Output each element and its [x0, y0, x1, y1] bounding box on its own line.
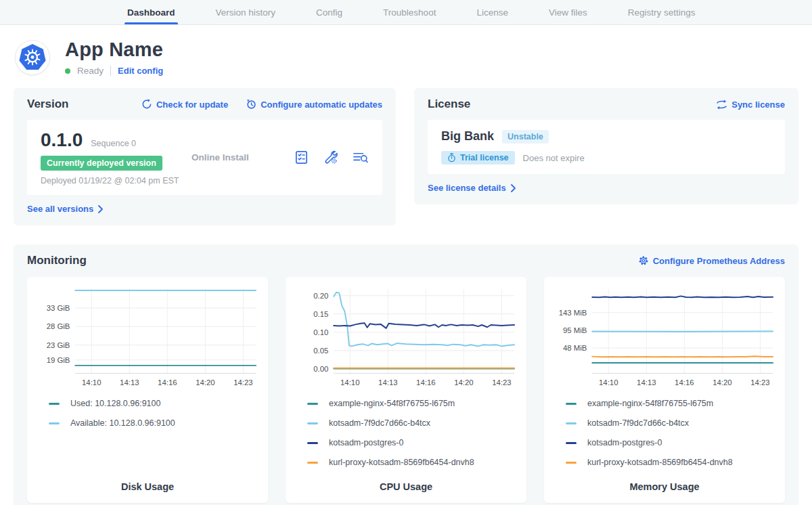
svg-text:14:16: 14:16	[416, 378, 435, 387]
legend-swatch	[49, 403, 60, 405]
svg-text:19 GiB: 19 GiB	[47, 356, 70, 364]
tab-troubleshoot[interactable]: Troubleshoot	[382, 0, 437, 24]
svg-text:14:10: 14:10	[340, 378, 359, 387]
svg-text:14:13: 14:13	[378, 378, 397, 387]
monitoring-section: Monitoring Configure Prometheus Address …	[14, 244, 798, 505]
svg-text:95 MiB: 95 MiB	[563, 326, 587, 334]
view-deploy-logs-button[interactable]	[352, 150, 369, 165]
legend-swatch	[307, 462, 318, 464]
version-number: 0.1.0	[41, 129, 83, 151]
deployed-badge: Currently deployed version	[41, 156, 162, 171]
legend-swatch	[566, 403, 577, 405]
checklist-icon	[294, 150, 309, 165]
see-license-details-link[interactable]: See license details	[428, 183, 516, 193]
top-nav: DashboardVersion historyConfigTroublesho…	[0, 0, 812, 25]
legend-label: kurl-proxy-kotsadm-8569fb6454-dnvh8	[329, 458, 474, 467]
gear-icon	[638, 255, 649, 266]
check-for-update-button[interactable]: Check for update	[141, 99, 228, 110]
legend-swatch	[307, 442, 318, 444]
svg-text:14:20: 14:20	[196, 378, 215, 387]
svg-text:28 GiB: 28 GiB	[47, 322, 70, 330]
chart-title: CPU Usage	[292, 481, 520, 492]
page-title: App Name	[65, 39, 163, 61]
svg-text:23 GiB: 23 GiB	[47, 341, 70, 349]
svg-text:0.20: 0.20	[313, 292, 328, 300]
legend-label: kotsadm-postgres-0	[329, 438, 403, 447]
monitoring-section-title: Monitoring	[27, 254, 87, 267]
svg-text:14:16: 14:16	[675, 378, 694, 387]
channel-badge: Unstable	[502, 130, 549, 144]
legend-swatch	[566, 462, 577, 464]
svg-text:14:16: 14:16	[158, 378, 177, 387]
memory-usage-chart: 143 MiB95 MiB48 MiB14:1014:1314:1614:201…	[551, 285, 778, 392]
disk-usage-legend: Used: 10.128.0.96:9100Available: 10.128.…	[49, 399, 261, 480]
legend-item: example-nginx-54f8f76755-l675m	[566, 399, 778, 408]
expiry-text: Does not expire	[523, 153, 585, 163]
svg-text:14:10: 14:10	[599, 378, 618, 387]
app-logo	[15, 40, 50, 75]
legend-label: kotsadm-7f9dc7d66c-b4tcx	[329, 418, 430, 428]
edit-config-link[interactable]: Edit config	[118, 66, 163, 76]
legend-swatch	[49, 422, 60, 424]
legend-label: Available: 10.128.0.96:9100	[70, 418, 175, 428]
configure-automatic-updates-button[interactable]: Configure automatic updates	[246, 99, 382, 110]
svg-text:14:10: 14:10	[82, 378, 101, 387]
legend-item: kotsadm-7f9dc7d66c-b4tcx	[307, 418, 520, 428]
legend-label: example-nginx-54f8f76755-l675m	[587, 399, 713, 408]
license-section: License Sync license Big Bank Unstable	[414, 88, 798, 204]
app-header: App Name Ready Edit config	[14, 37, 798, 88]
legend-item: example-nginx-54f8f76755-l675m	[307, 399, 520, 408]
configure-prometheus-button[interactable]: Configure Prometheus Address	[638, 255, 785, 266]
svg-text:14:23: 14:23	[750, 378, 769, 387]
svg-text:14:13: 14:13	[120, 378, 139, 387]
svg-text:14:20: 14:20	[454, 378, 473, 387]
disk-usage-chart: 33 GiB28 GiB23 GiB19 GiB14:1014:1314:161…	[34, 285, 261, 392]
tab-version-history[interactable]: Version history	[215, 0, 277, 24]
edit-config-gear-button[interactable]	[323, 150, 338, 165]
license-card: Big Bank Unstable Trial license Does not…	[428, 120, 785, 174]
memory-usage-chart-card: 143 MiB95 MiB48 MiB14:1014:1314:1614:201…	[544, 277, 785, 503]
kubernetes-icon	[18, 43, 47, 72]
sequence-label: Sequence 0	[91, 139, 136, 148]
legend-swatch	[307, 403, 318, 405]
svg-text:0.15: 0.15	[313, 310, 328, 318]
disk-usage-chart-card: 33 GiB28 GiB23 GiB19 GiB14:1014:1314:161…	[27, 277, 268, 503]
legend-item: kotsadm-7f9dc7d66c-b4tcx	[566, 418, 778, 428]
trial-license-badge: Trial license	[441, 151, 515, 164]
log-search-icon	[352, 150, 369, 165]
chart-title: Memory Usage	[551, 481, 778, 492]
memory-usage-legend: example-nginx-54f8f76755-l675mkotsadm-7f…	[566, 399, 778, 480]
tab-license[interactable]: License	[475, 0, 510, 24]
tab-dashboard[interactable]: Dashboard	[126, 0, 177, 24]
legend-item: kurl-proxy-kotsadm-8569fb6454-dnvh8	[566, 458, 778, 467]
install-type-label: Online Install	[191, 152, 294, 162]
chart-title: Disk Usage	[34, 481, 261, 492]
legend-label: kurl-proxy-kotsadm-8569fb6454-dnvh8	[587, 458, 733, 467]
deployed-timestamp: Deployed 01/19/22 @ 02:04 pm EST	[41, 176, 191, 185]
chevron-right-icon	[510, 184, 516, 192]
see-all-versions-link[interactable]: See all versions	[27, 204, 104, 214]
wrench-gear-icon	[323, 150, 338, 165]
cpu-usage-chart-card: 0.200.150.100.050.0014:1014:1314:1614:20…	[286, 277, 526, 503]
legend-label: kotsadm-postgres-0	[587, 438, 662, 447]
divider	[110, 66, 111, 76]
sync-license-button[interactable]: Sync license	[716, 100, 785, 110]
license-section-title: License	[428, 97, 470, 111]
svg-text:14:23: 14:23	[492, 378, 511, 387]
cpu-usage-chart: 0.200.150.100.050.0014:1014:1314:1614:20…	[292, 285, 520, 392]
svg-text:14:23: 14:23	[233, 378, 252, 387]
customer-name: Big Bank	[441, 129, 494, 144]
legend-label: kotsadm-7f9dc7d66c-b4tcx	[587, 418, 689, 428]
cpu-usage-legend: example-nginx-54f8f76755-l675mkotsadm-7f…	[307, 399, 520, 480]
refresh-icon	[141, 99, 152, 110]
svg-text:14:20: 14:20	[713, 378, 731, 387]
tab-view-files[interactable]: View files	[547, 0, 589, 24]
legend-item: kotsadm-postgres-0	[307, 438, 520, 447]
tab-registry-settings[interactable]: Registry settings	[627, 0, 697, 24]
tab-config[interactable]: Config	[315, 0, 344, 24]
preflight-checks-button[interactable]	[294, 150, 309, 165]
chevron-right-icon	[97, 205, 104, 213]
legend-swatch	[566, 422, 577, 424]
legend-swatch	[566, 442, 577, 444]
svg-text:0.10: 0.10	[313, 328, 328, 336]
